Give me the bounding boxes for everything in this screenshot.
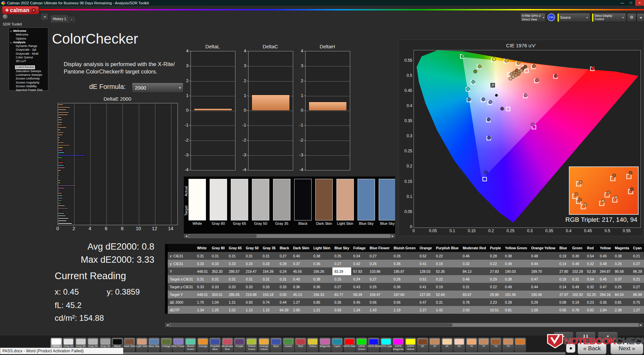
table-cell[interactable]: 52.30 [585, 267, 598, 275]
table-cell[interactable]: 0.27 [631, 283, 644, 291]
patch-swatch-light-skin[interactable] [336, 179, 354, 220]
table-cell[interactable]: 0.44 [529, 283, 557, 291]
table-cell[interactable]: 0.46 [461, 275, 488, 283]
meter-dropdown[interactable]: X-Rite i1Pro 2 Direct View ▼ [520, 13, 546, 22]
patch-button-light-skin[interactable]: Light Skin [136, 338, 148, 352]
table-cell[interactable]: 0.33 [195, 260, 210, 267]
table-cell[interactable]: 0.19 [570, 298, 585, 306]
table-cell[interactable]: 0.38 [311, 275, 332, 283]
table-cell[interactable]: 2.90 [291, 306, 311, 314]
patch-button-yellow-green[interactable]: Yellow Green [246, 338, 258, 352]
table-cell[interactable]: 0.75 [631, 298, 644, 306]
table-cell[interactable]: 0.14 [557, 260, 570, 267]
table-cell[interactable]: 0.38 [613, 252, 631, 260]
table-cell[interactable]: 1.43 [368, 306, 392, 314]
table-cell[interactable]: 0.21 [631, 275, 644, 283]
patch-swatch-gray-80[interactable] [210, 179, 227, 220]
table-cell[interactable]: 104.47 [368, 291, 392, 298]
table-cell[interactable]: 219.47 [244, 267, 261, 275]
patch-button-green[interactable]: Green [282, 338, 294, 352]
table-cell[interactable]: 0.25 [613, 260, 631, 267]
patch-button-orange-yellow[interactable]: Orange Yellow [258, 338, 270, 352]
patch-swatch-dark-skin[interactable] [315, 179, 333, 220]
table-cell[interactable]: 2.23 [488, 298, 503, 306]
table-cell[interactable]: 219.98 [244, 291, 261, 298]
table-cell[interactable]: 0.82 [585, 306, 598, 314]
table-cell[interactable]: 0.22 [434, 275, 461, 283]
table-cell[interactable]: 0.19 [557, 275, 570, 283]
table-cell[interactable]: 0.38 [311, 252, 332, 260]
patch-button-magenta[interactable]: Magenta [319, 338, 331, 352]
table-cell[interactable]: 153.18 [261, 291, 278, 298]
table-cell[interactable]: 0.33 [261, 283, 278, 291]
table-cell[interactable]: 27.80 [557, 267, 570, 275]
patch-swatch-gray-50[interactable] [252, 179, 269, 220]
patch-strip-scrollbar[interactable]: ◀▶ [184, 234, 395, 238]
patch-button-2e[interactable]: 2E [417, 338, 429, 352]
table-cell[interactable]: 0.25 [368, 283, 392, 291]
table-cell[interactable]: 0.31 [210, 252, 227, 260]
table-cell[interactable]: 10.51 [488, 306, 503, 314]
patch-button-2f[interactable]: 2F [429, 338, 441, 352]
table-cell[interactable]: 0.42 [351, 260, 368, 267]
table-cell[interactable]: 0.36 [392, 283, 418, 291]
table-cell[interactable]: 0.31 [461, 283, 488, 291]
table-cell[interactable]: 0.31 [195, 275, 210, 283]
table-cell[interactable]: 0.55 [557, 306, 570, 314]
patch-toolbar-scrollbar[interactable] [50, 352, 566, 355]
patch-button-7f[interactable]: 7F [478, 338, 490, 352]
table-cell[interactable]: 0.45 [351, 298, 368, 306]
table-cell[interactable]: 1.15 [261, 306, 278, 314]
patch-button-bluish-green[interactable]: Bluish Green [184, 338, 197, 352]
table-cell[interactable]: 0.22 [434, 252, 461, 260]
table-cell[interactable]: 86.99 [631, 291, 644, 298]
tab-history-1[interactable]: History 1 [51, 15, 68, 22]
table-cell[interactable]: 0.49 [503, 283, 529, 291]
table-cell[interactable]: 0.40 [291, 275, 311, 283]
table-cell[interactable]: 52.25 [585, 291, 598, 298]
scroll-right-icon[interactable]: ▶ [390, 234, 395, 238]
meter-count-badge[interactable]: 234 [547, 13, 555, 21]
table-cell[interactable]: 0.52 [418, 252, 434, 260]
patch-button-purplish-blue[interactable]: Purplish Blue [209, 338, 221, 352]
table-cell[interactable]: 0.27 [631, 260, 644, 267]
table-cell[interactable]: 0.38 [503, 275, 529, 283]
table-cell[interactable]: 264.16 [598, 291, 613, 298]
patch-button-5d[interactable]: 5D [453, 338, 465, 352]
tree-item-options[interactable]: Options [10, 37, 48, 41]
table-cell[interactable]: 0.56 [368, 298, 392, 306]
table-cell[interactable]: 0.56 [392, 298, 418, 306]
table-cell[interactable]: 0.27 [332, 260, 351, 267]
tree-item-screen-stability[interactable]: Screen Stability [10, 85, 48, 88]
patch-button-blue-flower[interactable]: Blue Flower [172, 338, 184, 352]
tree-item-welcome[interactable]: Welcome [10, 33, 48, 37]
table-cell[interactable]: 0.78 [461, 298, 488, 306]
table-cell[interactable]: 352.20 [210, 267, 227, 275]
table-cell[interactable]: 0.41 [418, 283, 434, 291]
patch-button-100-magenta[interactable]: 100% Magenta [392, 338, 404, 352]
table-cell[interactable]: 1.27 [631, 306, 644, 314]
sidebar-collapse-button[interactable]: ◀ [42, 14, 48, 19]
table-cell[interactable]: 45.55 [291, 267, 311, 275]
table-cell[interactable]: 0.25 [332, 252, 351, 260]
patch-button-100-green[interactable]: 100% Green [356, 338, 368, 352]
table-cell[interactable]: 0.08 [557, 298, 570, 306]
display-control-dropdown[interactable]: Direct Display Control ▼ [592, 13, 626, 22]
patch-swatch-gray-35[interactable] [273, 179, 290, 220]
table-cell[interactable]: 127.00 [418, 291, 434, 298]
patch-button-orange[interactable]: Orange [197, 338, 209, 352]
table-cell[interactable]: 0.43 [351, 283, 368, 291]
table-cell[interactable]: 0.47 [598, 283, 613, 291]
add-tab-button[interactable]: + [68, 17, 75, 22]
table-cell[interactable]: 354.51 [210, 291, 227, 298]
table-cell[interactable]: 0.31 [278, 275, 291, 283]
table-cell[interactable]: 27.83 [488, 267, 503, 275]
table-cell[interactable]: 83.67 [461, 291, 488, 298]
table-cell[interactable]: 156.26 [311, 267, 332, 275]
patch-button-blue[interactable]: Blue [270, 338, 282, 352]
patch-button-100-cyan[interactable]: 100% Cyan [380, 338, 392, 352]
table-cell[interactable]: 0.23 [585, 298, 598, 306]
table-cell[interactable]: 128.03 [418, 267, 434, 275]
patch-swatch-gray-65[interactable] [231, 179, 248, 220]
table-cell[interactable]: 0.45 [598, 275, 613, 283]
